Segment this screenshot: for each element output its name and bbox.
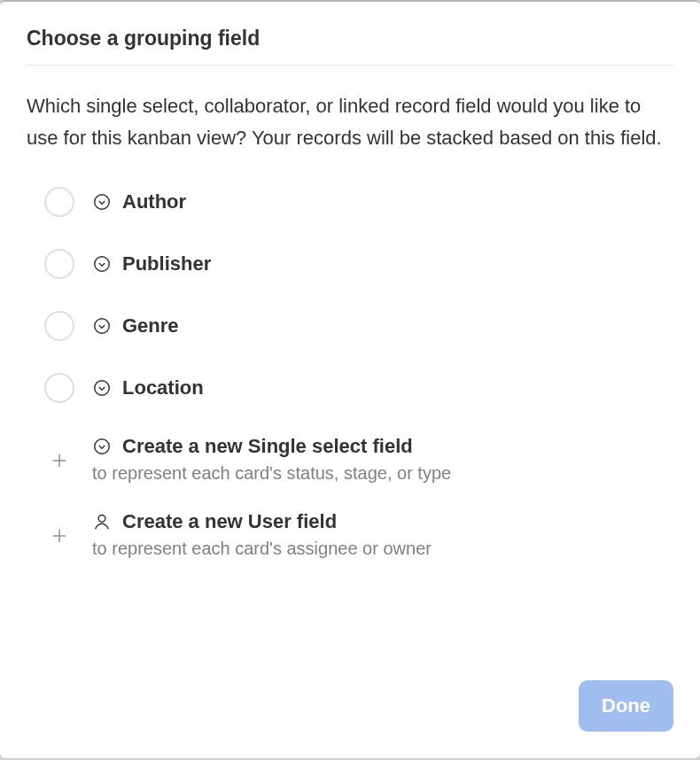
- option-publisher[interactable]: Publisher: [44, 249, 673, 279]
- single-select-icon: [92, 437, 112, 456]
- create-content: Create a new Single select field to repr…: [92, 435, 451, 484]
- svg-point-1: [95, 256, 110, 271]
- create-description: to represent each card's assignee or own…: [92, 539, 432, 559]
- single-select-icon: [92, 254, 112, 274]
- option-genre[interactable]: Genre: [44, 311, 673, 341]
- user-icon: [92, 512, 112, 531]
- svg-point-6: [95, 438, 110, 454]
- radio-button[interactable]: [44, 311, 74, 341]
- option-label: Author: [122, 190, 186, 213]
- create-label: Create a new Single select field: [122, 435, 413, 458]
- svg-point-0: [95, 194, 110, 209]
- single-select-icon: [92, 316, 112, 336]
- option-location[interactable]: Location: [44, 373, 673, 403]
- grouping-field-dialog: Choose a grouping field Which single sel…: [0, 0, 700, 758]
- radio-button[interactable]: [44, 373, 74, 403]
- svg-point-9: [98, 515, 105, 522]
- dialog-title: Choose a grouping field: [27, 27, 673, 66]
- option-label: Location: [122, 376, 204, 399]
- single-select-icon: [92, 378, 112, 398]
- single-select-icon: [92, 192, 112, 212]
- plus-icon: [44, 446, 74, 476]
- create-label: Create a new User field: [122, 510, 337, 533]
- create-user-field[interactable]: Create a new User field to represent eac…: [44, 510, 673, 559]
- radio-button[interactable]: [44, 249, 74, 279]
- dialog-footer: Done: [27, 680, 673, 732]
- create-description: to represent each card's status, stage, …: [92, 463, 451, 484]
- svg-point-2: [95, 318, 110, 333]
- options-list: Author Publisher Genre Location: [27, 187, 673, 586]
- plus-icon: [44, 521, 74, 551]
- option-label: Publisher: [122, 252, 211, 275]
- option-author[interactable]: Author: [44, 187, 673, 217]
- option-label: Genre: [122, 314, 179, 337]
- dialog-description: Which single select, collaborator, or li…: [27, 90, 673, 155]
- svg-point-3: [95, 380, 110, 395]
- done-button[interactable]: Done: [579, 680, 673, 732]
- radio-button[interactable]: [44, 187, 74, 217]
- create-single-select-field[interactable]: Create a new Single select field to repr…: [44, 435, 673, 484]
- create-content: Create a new User field to represent eac…: [92, 510, 432, 559]
